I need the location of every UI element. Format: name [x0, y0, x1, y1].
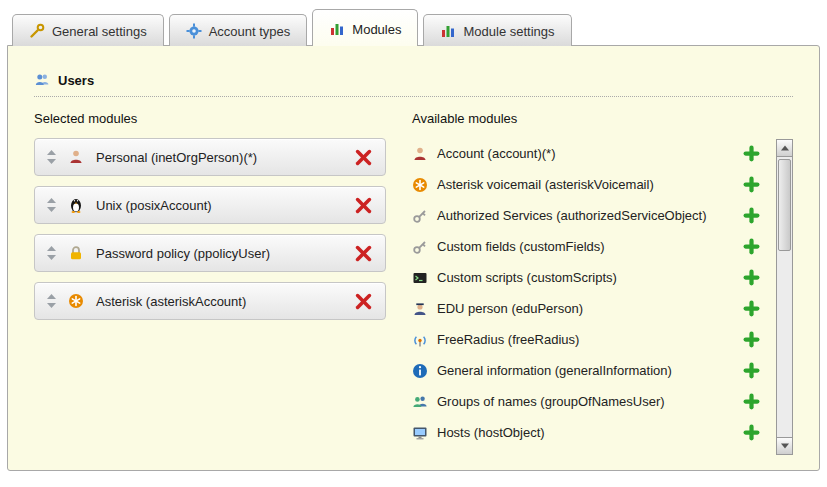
drag-handle-icon[interactable]	[47, 150, 56, 164]
tab-account-types[interactable]: Account types	[169, 14, 308, 46]
tab-bar: General settings Account types Modules M…	[0, 0, 827, 45]
drag-handle-icon[interactable]	[47, 198, 56, 212]
lock-icon	[68, 245, 84, 261]
module-label: General information (generalInformation)	[437, 363, 743, 378]
edu-person-icon	[412, 301, 428, 317]
module-label: FreeRadius (freeRadius)	[437, 332, 743, 347]
available-module-row: Asterisk voicemail (asteriskVoicemail)	[412, 169, 776, 200]
module-label: EDU person (eduPerson)	[437, 301, 743, 316]
available-module-row: FreeRadius (freeRadius)	[412, 324, 776, 355]
tab-module-settings[interactable]: Module settings	[423, 14, 571, 46]
add-module-button[interactable]	[743, 269, 760, 286]
add-module-button[interactable]	[743, 176, 760, 193]
scrollbar-down-icon[interactable]	[777, 437, 792, 454]
person-icon	[412, 146, 428, 162]
tab-label: General settings	[52, 24, 147, 39]
penguin-icon	[68, 197, 84, 213]
selected-module-row: Personal (inetOrgPerson)(*)	[34, 138, 386, 176]
tab-modules[interactable]: Modules	[312, 9, 418, 46]
add-module-button[interactable]	[743, 145, 760, 162]
chart-icon	[440, 23, 456, 39]
module-label: Asterisk voicemail (asteriskVoicemail)	[437, 177, 743, 192]
available-module-row: General information (generalInformation)	[412, 355, 776, 386]
selected-module-row: Unix (posixAccount)	[34, 186, 386, 224]
remove-module-button[interactable]	[354, 292, 373, 311]
drag-handle-icon[interactable]	[47, 246, 56, 260]
available-modules-heading: Available modules	[412, 111, 776, 126]
tab-label: Modules	[352, 22, 401, 37]
available-module-row: Authorized Services (authorizedServiceOb…	[412, 200, 776, 231]
selected-module-row: Asterisk (asteriskAccount)	[34, 282, 386, 320]
scrollbar-track[interactable]	[777, 157, 792, 437]
tab-label: Account types	[209, 24, 291, 39]
add-module-button[interactable]	[743, 207, 760, 224]
modules-panel: Users Selected modules Personal (inetOrg…	[7, 45, 820, 471]
module-label: Custom scripts (customScripts)	[437, 270, 743, 285]
add-module-button[interactable]	[743, 331, 760, 348]
asterisk-icon	[412, 177, 428, 193]
scrollbar[interactable]	[776, 139, 793, 455]
remove-module-button[interactable]	[354, 196, 373, 215]
key-icon	[412, 239, 428, 255]
add-module-button[interactable]	[743, 393, 760, 410]
group-icon	[412, 394, 428, 410]
selected-module-row: Password policy (ppolicyUser)	[34, 234, 386, 272]
available-module-row: Hosts (hostObject)	[412, 417, 776, 448]
remove-module-button[interactable]	[354, 148, 373, 167]
module-label: Personal (inetOrgPerson)(*)	[96, 150, 354, 165]
person-icon	[68, 149, 84, 165]
gear-icon	[186, 23, 202, 39]
section-title: Users	[58, 73, 94, 88]
add-module-button[interactable]	[743, 300, 760, 317]
terminal-icon	[412, 270, 428, 286]
monitor-icon	[412, 425, 428, 441]
module-label: Account (account)(*)	[437, 146, 743, 161]
add-module-button[interactable]	[743, 424, 760, 441]
scrollbar-up-icon[interactable]	[777, 140, 792, 157]
selected-modules-column: Selected modules Personal (inetOrgPerson…	[34, 97, 386, 455]
users-section-header: Users	[34, 72, 793, 97]
module-label: Groups of names (groupOfNamesUser)	[437, 394, 743, 409]
module-label: Custom fields (customFields)	[437, 239, 743, 254]
module-label: Hosts (hostObject)	[437, 425, 743, 440]
chart-icon	[329, 21, 345, 37]
module-label: Unix (posixAccount)	[96, 198, 354, 213]
asterisk-icon	[68, 293, 84, 309]
module-label: Authorized Services (authorizedServiceOb…	[437, 208, 743, 223]
remove-module-button[interactable]	[354, 244, 373, 263]
add-module-button[interactable]	[743, 362, 760, 379]
tab-label: Module settings	[463, 24, 554, 39]
available-module-row: Custom scripts (customScripts)	[412, 262, 776, 293]
key-icon	[412, 208, 428, 224]
available-modules-column: Available modules Account (account)(*)	[412, 97, 793, 455]
selected-modules-heading: Selected modules	[34, 111, 386, 126]
available-module-row: Account (account)(*)	[412, 138, 776, 169]
users-icon	[34, 72, 50, 88]
module-label: Password policy (ppolicyUser)	[96, 246, 354, 261]
available-module-row: Groups of names (groupOfNamesUser)	[412, 386, 776, 417]
scrollbar-thumb[interactable]	[778, 159, 791, 251]
info-icon	[412, 363, 428, 379]
modules-columns: Selected modules Personal (inetOrgPerson…	[8, 97, 819, 455]
add-module-button[interactable]	[743, 238, 760, 255]
antenna-icon	[412, 332, 428, 348]
module-label: Asterisk (asteriskAccount)	[96, 294, 354, 309]
wrench-icon	[29, 23, 45, 39]
available-module-row: EDU person (eduPerson)	[412, 293, 776, 324]
drag-handle-icon[interactable]	[47, 294, 56, 308]
available-module-row: Custom fields (customFields)	[412, 231, 776, 262]
tab-general-settings[interactable]: General settings	[12, 14, 164, 46]
